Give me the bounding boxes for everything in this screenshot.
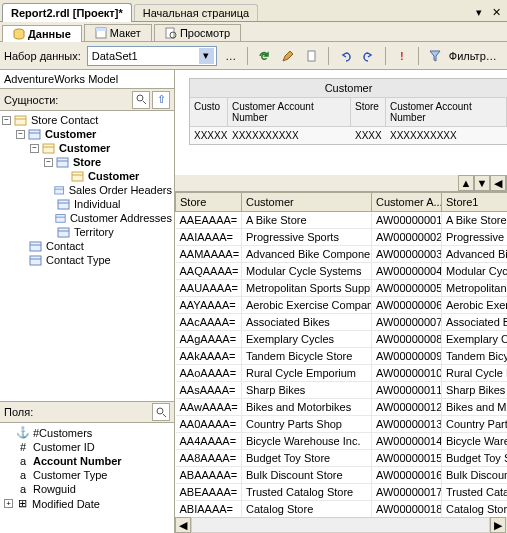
refresh-button[interactable] xyxy=(254,46,274,66)
table-row[interactable]: AA0AAAA=Country Parts ShopAW00000013Coun… xyxy=(176,416,508,433)
scroll-right-icon[interactable]: ▶ xyxy=(490,517,506,533)
close-icon[interactable]: ✕ xyxy=(486,4,507,21)
tree-node[interactable]: −Customer xyxy=(2,141,172,155)
cell: A Bike Store xyxy=(442,212,508,229)
field-item[interactable]: #Customer ID xyxy=(2,440,172,454)
collapse-icon[interactable]: − xyxy=(30,144,39,153)
tree-node[interactable]: Sales Order Headers xyxy=(2,183,172,197)
redo-button[interactable] xyxy=(359,46,379,66)
table-row[interactable]: AAQAAAA=Modular Cycle SystemsAW00000004M… xyxy=(176,263,508,280)
cell: AAsAAAA= xyxy=(176,382,242,399)
table-row[interactable]: ABIAAAA=Catalog StoreAW00000018Catalog S… xyxy=(176,501,508,518)
design-surface[interactable]: Customer Custo Customer Account Number S… xyxy=(175,70,507,175)
run-button[interactable]: ! xyxy=(392,46,412,66)
scroll-down-button[interactable]: ▼ xyxy=(474,175,490,191)
table-row[interactable]: AAcAAAA=Associated BikesAW00000007Associ… xyxy=(176,314,508,331)
tab-report[interactable]: Report2.rdl [Проект]* xyxy=(2,3,132,22)
filter-label[interactable]: Фильтр… xyxy=(449,50,497,62)
cell: Sharp Bikes xyxy=(242,382,372,399)
field-type-icon: # xyxy=(16,441,30,453)
field-item[interactable]: +⊞Modified Date xyxy=(2,496,172,511)
grid-col-customer-account[interactable]: Customer A... xyxy=(372,193,442,212)
design-button[interactable] xyxy=(278,46,298,66)
field-item[interactable]: aRowguid xyxy=(2,482,172,496)
scroll-up-button[interactable]: ▲ xyxy=(458,175,474,191)
up-button[interactable]: ⇧ xyxy=(152,91,170,109)
tab-layout[interactable]: Макет xyxy=(84,24,152,41)
tree-node[interactable]: Territory xyxy=(2,225,172,239)
expand-icon[interactable]: + xyxy=(4,499,13,508)
preview-cell: XXXXXXXXXX xyxy=(228,127,351,144)
field-item[interactable]: aAccount Number xyxy=(2,454,172,468)
field-name: Customer Type xyxy=(33,469,107,481)
tree-node[interactable]: −Store xyxy=(2,155,172,169)
table-row[interactable]: AAoAAAA=Rural Cycle EmporiumAW00000010Ru… xyxy=(176,365,508,382)
up-arrow-icon: ⇧ xyxy=(157,93,166,106)
tab-list-dropdown[interactable]: ▾ xyxy=(472,4,486,21)
svg-rect-14 xyxy=(57,158,68,167)
cell: Aerobic Exercis… xyxy=(442,297,508,314)
table-row[interactable]: AA4AAAA=Bicycle Warehouse Inc.AW00000014… xyxy=(176,433,508,450)
table-row[interactable]: AAMAAAA=Advanced Bike ComponentsAW000000… xyxy=(176,246,508,263)
results-grid[interactable]: Store Customer Customer A... Store1 AAEA… xyxy=(175,192,507,517)
svg-rect-8 xyxy=(15,116,26,125)
cell: AAIAAAA= xyxy=(176,229,242,246)
fields-search-button[interactable] xyxy=(152,403,170,421)
preview-columns: Custo Customer Account Number Store Cust… xyxy=(190,98,507,127)
cell: AAMAAAA= xyxy=(176,246,242,263)
tree-node[interactable]: −Customer xyxy=(2,127,172,141)
table-row[interactable]: AA8AAAA=Budget Toy StoreAW00000015Budget… xyxy=(176,450,508,467)
tree-node[interactable]: Individual xyxy=(2,197,172,211)
filter-button[interactable] xyxy=(425,46,445,66)
grid-col-store[interactable]: Store xyxy=(176,193,242,212)
svg-point-6 xyxy=(137,95,143,101)
field-item[interactable]: ⚓#Customers xyxy=(2,425,172,440)
table-row[interactable]: AAUAAAA=Metropolitan Sports SupplyAW0000… xyxy=(176,280,508,297)
dataset-combo[interactable]: DataSet1 ▾ xyxy=(87,46,217,66)
table-row[interactable]: AAIAAAA=Progressive SportsAW00000002Prog… xyxy=(176,229,508,246)
table-row[interactable]: AAsAAAA=Sharp BikesAW00000011Sharp Bikes xyxy=(176,382,508,399)
tab-start-page[interactable]: Начальная страница xyxy=(134,4,258,21)
table-row[interactable]: ABAAAAA=Bulk Discount StoreAW00000016Bul… xyxy=(176,467,508,484)
scroll-left-button[interactable]: ◀ xyxy=(490,175,506,191)
report-preview-box[interactable]: Customer Custo Customer Account Number S… xyxy=(189,78,507,145)
search-button[interactable] xyxy=(132,91,150,109)
tree-node[interactable]: Contact xyxy=(2,239,172,253)
table-row[interactable]: ABEAAAA=Trusted Catalog StoreAW00000017T… xyxy=(176,484,508,501)
table-row[interactable]: AAEAAAA=A Bike StoreAW00000001A Bike Sto… xyxy=(176,212,508,229)
collapse-icon[interactable]: − xyxy=(2,116,11,125)
cell: AW00000001 xyxy=(372,212,442,229)
table-row[interactable]: AAwAAAA=Bikes and MotorbikesAW00000012Bi… xyxy=(176,399,508,416)
grid-col-store1[interactable]: Store1 xyxy=(442,193,508,212)
tab-preview[interactable]: Просмотр xyxy=(154,24,241,41)
scroll-track[interactable] xyxy=(191,517,490,533)
fields-list[interactable]: ⚓#Customers#Customer IDaAccount NumberaC… xyxy=(0,423,174,533)
table-row[interactable]: AAgAAAA=Exemplary CyclesAW00000008Exempl… xyxy=(176,331,508,348)
tree-node[interactable]: −Store Contact xyxy=(2,113,172,127)
cell: Exemplary Cycles xyxy=(242,331,372,348)
tab-data[interactable]: Данные xyxy=(2,25,82,42)
horizontal-scrollbar[interactable]: ◀ ▶ xyxy=(175,517,507,533)
tree-node[interactable]: Customer xyxy=(2,169,172,183)
scroll-left-icon[interactable]: ◀ xyxy=(175,517,191,533)
new-button[interactable] xyxy=(302,46,322,66)
field-name: Account Number xyxy=(33,455,122,467)
field-item[interactable]: aCustomer Type xyxy=(2,468,172,482)
field-type-icon: ⊞ xyxy=(15,497,29,510)
grid-col-customer[interactable]: Customer xyxy=(242,193,372,212)
cell: Progressive Sports xyxy=(242,229,372,246)
collapse-icon[interactable]: − xyxy=(16,130,25,139)
tab-data-label: Данные xyxy=(28,28,71,40)
dataset-options-button[interactable]: … xyxy=(221,46,241,66)
table-row[interactable]: AAYAAAA=Aerobic Exercise CompanyAW000000… xyxy=(176,297,508,314)
entities-tree[interactable]: −Store Contact−Customer−Customer−StoreCu… xyxy=(0,111,174,401)
cell: ABIAAAA= xyxy=(176,501,242,518)
tree-node[interactable]: Contact Type xyxy=(2,253,172,267)
undo-button[interactable] xyxy=(335,46,355,66)
table-row[interactable]: AAkAAAA=Tandem Bicycle StoreAW00000009Ta… xyxy=(176,348,508,365)
collapse-icon[interactable]: − xyxy=(44,158,53,167)
tree-node[interactable]: Customer Addresses xyxy=(2,211,172,225)
field-name: #Customers xyxy=(33,427,92,439)
cell: AAQAAAA= xyxy=(176,263,242,280)
cell: Associated Bikes xyxy=(242,314,372,331)
